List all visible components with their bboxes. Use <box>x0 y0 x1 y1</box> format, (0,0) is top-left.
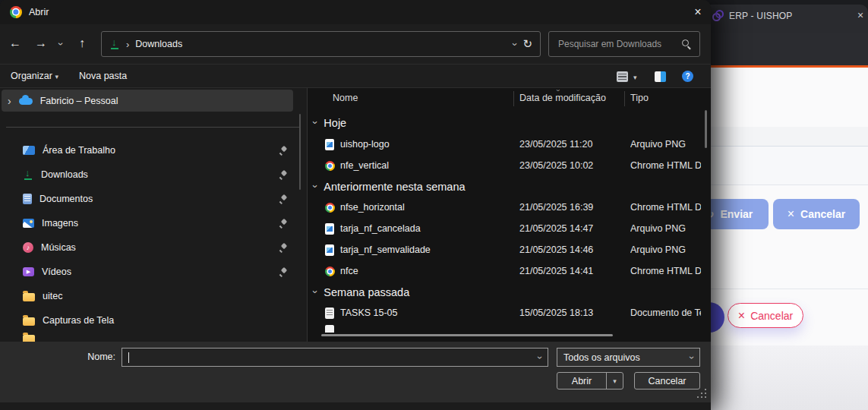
navigation-sidebar: Fabricio – Pessoal Área de Trabalho Down… <box>0 88 307 342</box>
pin-icon <box>279 268 287 276</box>
refresh-icon[interactable] <box>522 37 532 51</box>
file-row-nfce[interactable]: nfce 21/05/2025 14:41 Chrome HTML Do <box>308 262 711 282</box>
sidebar-item-imagens[interactable]: Imagens <box>0 211 298 235</box>
sidebar-item-area-de-trabalho[interactable]: Área de Trabalho <box>0 138 298 162</box>
sidebar-item-musicas[interactable]: Músicas <box>0 235 298 260</box>
folder-icon <box>23 293 35 301</box>
sidebar-item-uitec[interactable]: uitec <box>0 284 298 308</box>
pin-icon <box>279 171 287 179</box>
tab-title: ERP - UISHOP <box>729 11 793 21</box>
file-row-tarja-nf-semvalidade[interactable]: tarja_nf_semvalidade 21/05/2025 14:46 Ar… <box>308 241 711 260</box>
dialog-titlebar[interactable]: Abrir × <box>0 0 711 24</box>
group-header-anteriormente[interactable]: Anteriormente nesta semana <box>308 178 711 196</box>
screen: ERP - UISHOP × Enviar Cancelar Cancelar <box>0 0 868 410</box>
recent-locations-button[interactable] <box>59 36 62 52</box>
cancelar-outline-button[interactable]: Cancelar <box>728 303 803 328</box>
sidebar-item-videos[interactable]: Vídeos <box>0 260 298 284</box>
organize-dropdown-icon <box>55 73 58 80</box>
folder-icon <box>23 335 35 342</box>
preview-pane-icon[interactable] <box>655 71 666 82</box>
sidebar-item-downloads[interactable]: Downloads <box>0 162 298 187</box>
sidebar-item-capturas-de-tela[interactable]: Capturas de Tela <box>0 308 298 333</box>
open-file-dialog: Abrir × ← → ↑ Downloads Organizar Nova p… <box>0 0 711 410</box>
view-dropdown-icon[interactable] <box>633 74 637 81</box>
cancel-x-icon <box>738 309 745 323</box>
search-input[interactable] <box>557 38 682 50</box>
cancelar-outline-label: Cancelar <box>750 310 793 322</box>
vertical-scrollbar[interactable] <box>705 110 707 148</box>
dialog-close-icon[interactable]: × <box>688 5 708 20</box>
dialog-title: Abrir <box>29 7 49 17</box>
expand-chevron-icon[interactable] <box>8 95 11 107</box>
open-split-dropdown[interactable] <box>606 373 623 389</box>
sidebar-scrollbar[interactable] <box>299 114 301 190</box>
help-icon[interactable] <box>682 71 693 82</box>
filename-dropdown-icon[interactable] <box>538 352 541 363</box>
address-dropdown-icon[interactable] <box>513 39 516 50</box>
sidebar-item-documentos[interactable]: Documentos <box>0 187 298 211</box>
search-icon[interactable] <box>682 39 692 49</box>
up-button[interactable]: ↑ <box>79 36 85 51</box>
sidebar-root-label: Fabricio – Pessoal <box>40 96 118 106</box>
filename-input[interactable] <box>131 352 538 364</box>
pin-icon <box>279 195 287 203</box>
collapse-chevron-icon[interactable] <box>314 181 317 192</box>
chrome-file-icon <box>325 161 335 171</box>
open-button[interactable]: Abrir <box>557 372 623 390</box>
filename-label: Nome: <box>68 352 115 362</box>
dialog-bottom-edge <box>0 402 711 410</box>
file-row-nfse-horizontal[interactable]: nfse_horizontal 21/05/2025 16:39 Chrome … <box>308 198 711 218</box>
downloads-location-icon <box>109 39 120 49</box>
onedrive-cloud-icon <box>19 98 33 105</box>
filename-combobox[interactable] <box>122 348 548 367</box>
column-separator[interactable] <box>624 91 625 106</box>
search-box[interactable] <box>548 31 700 57</box>
file-row-tasks-15-05[interactable]: TASKS 15-05 15/05/2025 18:13 Documento d… <box>308 304 711 323</box>
resize-grip[interactable] <box>697 389 708 399</box>
pin-icon <box>279 219 287 228</box>
cancelar-button-label: Cancelar <box>800 208 845 220</box>
back-button[interactable]: ← <box>9 36 21 51</box>
music-icon <box>23 242 33 253</box>
text-caret <box>128 352 129 363</box>
png-file-icon <box>325 223 334 235</box>
desktop-icon <box>23 146 35 155</box>
open-dropdown-icon <box>613 377 617 385</box>
pictures-icon <box>23 219 34 228</box>
group-header-hoje[interactable]: Hoje <box>308 114 711 132</box>
dialog-toolbar: Organizar Nova pasta <box>0 64 711 88</box>
file-row-nfe-vertical[interactable]: nfe_vertical 23/05/2025 10:02 Chrome HTM… <box>308 156 711 176</box>
videos-icon <box>23 267 34 276</box>
tab-close-icon[interactable]: × <box>854 8 867 22</box>
address-bar[interactable]: Downloads <box>101 31 541 57</box>
new-folder-button[interactable]: Nova pasta <box>79 71 127 81</box>
chrome-file-icon <box>325 203 335 213</box>
pin-icon <box>279 244 287 252</box>
forward-button[interactable]: → <box>35 36 47 51</box>
uishop-favicon-icon <box>712 10 724 21</box>
documents-icon <box>23 194 32 204</box>
cancel-button[interactable]: Cancelar <box>634 372 700 390</box>
filetype-select[interactable]: Todos os arquivos <box>557 348 700 367</box>
downloads-icon <box>23 169 33 180</box>
partial-file-icon <box>325 325 334 333</box>
column-header-nome[interactable]: Nome <box>333 93 358 103</box>
cancelar-button[interactable]: Cancelar <box>773 199 860 229</box>
breadcrumb-separator-icon <box>126 39 129 50</box>
horizontal-scrollbar[interactable] <box>321 334 613 336</box>
file-row-uishop-logo[interactable]: uishop-logo 23/05/2025 11:20 Arquivo PNG <box>308 135 711 155</box>
breadcrumb-location[interactable]: Downloads <box>135 39 182 49</box>
sidebar-item-onedrive-root[interactable]: Fabricio – Pessoal <box>2 90 293 112</box>
column-header-data[interactable]: Data de modificação <box>519 93 606 103</box>
group-header-semana-passada[interactable]: Semana passada <box>308 283 711 301</box>
chrome-icon <box>10 6 22 18</box>
collapse-chevron-icon[interactable] <box>314 286 317 298</box>
sidebar-separator <box>6 127 300 128</box>
file-row-tarja-nf-cancelada[interactable]: tarja_nf_cancelada 21/05/2025 14:47 Arqu… <box>308 219 711 239</box>
column-separator[interactable] <box>513 91 514 106</box>
column-header-tipo[interactable]: Tipo <box>630 93 649 103</box>
view-list-icon[interactable] <box>617 71 628 82</box>
organize-button[interactable]: Organizar <box>11 71 58 81</box>
collapse-chevron-icon[interactable] <box>314 117 317 128</box>
filetype-dropdown-icon <box>690 352 693 363</box>
